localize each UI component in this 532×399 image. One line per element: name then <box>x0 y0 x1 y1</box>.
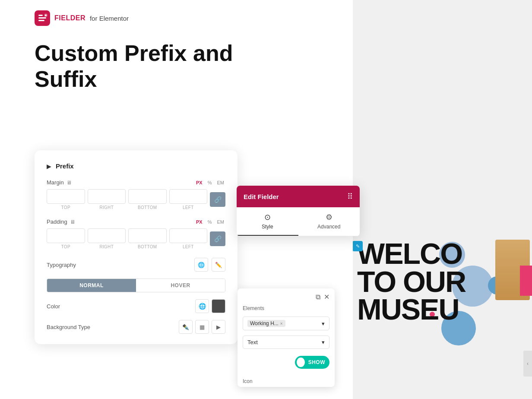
svg-rect-1 <box>38 15 43 16</box>
museum-preview-content: WELCO TO OUR MUSEU <box>357 240 532 323</box>
logo-icon <box>35 10 50 26</box>
margin-unit-px[interactable]: PX <box>195 180 204 186</box>
margin-left-wrap: LEFT <box>169 189 208 210</box>
padding-monitor-icon: 🖥 <box>70 219 75 225</box>
margin-top-wrap: TOP <box>47 189 85 210</box>
page-title: Custom Prefix and Suffix <box>35 41 294 92</box>
edit-fielder-title: Edit Fielder <box>244 193 279 200</box>
brand-name: FIELDER <box>54 14 86 22</box>
icon-label: Icon <box>243 378 253 384</box>
scroll-handle[interactable]: ‹ <box>523 351 532 377</box>
section-title: Prefix <box>56 162 74 170</box>
margin-bottom-wrap: BOTTOM <box>128 189 167 210</box>
state-tabs[interactable]: NORMAL HOVER <box>47 279 225 292</box>
color-swatch[interactable] <box>212 299 225 313</box>
edit-handle[interactable]: ✎ <box>353 241 363 251</box>
margin-left-input[interactable] <box>169 189 208 204</box>
working-heading-select[interactable]: Working H... × ▾ <box>243 317 329 330</box>
grid-icon[interactable]: ⠿ <box>347 192 353 201</box>
color-globe-button[interactable]: 🌐 <box>195 299 209 313</box>
section-header: ▶ Prefix <box>47 162 225 170</box>
working-heading-tag: Working H... × <box>247 320 285 327</box>
edit-fielder-panel: Edit Fielder ⠿ ⊙ Style ⚙ Advanced <box>237 186 360 236</box>
tab-advanced[interactable]: ⚙ Advanced <box>298 207 360 236</box>
margin-unit-percent[interactable]: % <box>206 180 213 186</box>
svg-rect-2 <box>38 17 46 19</box>
background-type-row: Background Type ✒️ ▦ ▶ <box>47 320 225 334</box>
edit-handle-icon: ✎ <box>356 244 360 249</box>
typography-row: Typography 🌐 ✏️ <box>47 258 225 272</box>
padding-right-wrap: RIGHT <box>88 228 126 249</box>
padding-left-wrap: LEFT <box>169 228 208 249</box>
margin-link-button[interactable]: 🔗 <box>210 192 225 207</box>
icon-label-row: Icon <box>238 374 335 387</box>
color-label: Color <box>47 303 60 310</box>
tab-style-label: Style <box>262 224 273 230</box>
prefix-panel: ▶ Prefix Margin 🖥 PX % EM TOP RIGHT <box>35 150 238 344</box>
mini-panel: ⧉ ✕ Elements Working H... × ▾ Text ▾ SHO… <box>238 288 335 387</box>
edit-fielder-header: Edit Fielder ⠿ <box>237 186 360 207</box>
tab-advanced-label: Advanced <box>317 224 340 230</box>
padding-unit-px[interactable]: PX <box>195 219 204 225</box>
typography-icons: 🌐 ✏️ <box>194 258 225 272</box>
working-heading-row: Working H... × ▾ <box>238 315 335 334</box>
typography-label: Typography <box>47 262 76 268</box>
margin-unit-tabs[interactable]: PX % EM <box>195 180 225 186</box>
copy-button[interactable]: ⧉ <box>316 293 320 301</box>
margin-label: Margin 🖥 <box>47 179 72 186</box>
color-controls: 🌐 <box>195 299 225 313</box>
padding-label: Padding 🖥 <box>47 218 75 225</box>
advanced-icon: ⚙ <box>326 212 332 222</box>
style-icon: ⊙ <box>264 212 271 222</box>
padding-unit-em[interactable]: EM <box>216 219 226 225</box>
background-type-icons: ✒️ ▦ ▶ <box>179 320 225 334</box>
padding-right-input[interactable] <box>88 228 126 243</box>
text-dropdown-chevron-icon: ▾ <box>322 339 325 345</box>
margin-bottom-input[interactable] <box>128 189 167 204</box>
dropdown-chevron-icon: ▾ <box>322 320 325 327</box>
tab-style[interactable]: ⊙ Style <box>237 207 298 236</box>
welcome-line-2: TO OUR <box>357 268 532 296</box>
padding-top-wrap: TOP <box>47 228 85 249</box>
toggle-circle <box>297 358 305 367</box>
color-row: Color 🌐 <box>47 299 225 313</box>
margin-unit-em[interactable]: EM <box>216 180 226 186</box>
tab-normal[interactable]: NORMAL <box>47 279 136 292</box>
margin-right-input[interactable] <box>88 189 126 204</box>
padding-top-input[interactable] <box>47 228 85 243</box>
welcome-line-1: WELCO <box>357 240 532 268</box>
show-toggle-row: SHOW <box>238 352 335 374</box>
preview-area: WELCO TO OUR MUSEU ✎ 🕐 10 am — 20 pm 📞 +… <box>353 0 532 399</box>
collapse-arrow-icon[interactable]: ▶ <box>47 163 51 170</box>
padding-left-input[interactable] <box>169 228 208 243</box>
padding-link-button[interactable]: 🔗 <box>210 231 225 246</box>
bg-video-button[interactable]: ▶ <box>212 320 225 334</box>
padding-unit-percent[interactable]: % <box>206 219 213 225</box>
padding-bottom-input[interactable] <box>128 228 167 243</box>
margin-top-input[interactable] <box>47 189 85 204</box>
typography-edit-button[interactable]: ✏️ <box>212 258 225 272</box>
text-select-row: Text ▾ <box>238 334 335 352</box>
show-toggle[interactable]: SHOW <box>295 356 329 369</box>
svg-rect-3 <box>38 20 44 21</box>
close-button[interactable]: ✕ <box>324 293 329 301</box>
scroll-arrow-icon: ‹ <box>527 361 529 367</box>
welcome-line-3: MUSEU <box>357 295 532 323</box>
working-heading-remove[interactable]: × <box>280 321 283 326</box>
brand-sub: for Elementor <box>90 15 129 22</box>
toggle-label: SHOW <box>308 359 325 365</box>
tab-hover[interactable]: HOVER <box>136 279 225 292</box>
padding-unit-tabs[interactable]: PX % EM <box>195 219 225 225</box>
elements-label: Elements <box>243 305 264 311</box>
bg-color-button[interactable]: ✒️ <box>179 320 193 334</box>
elements-label-row: Elements <box>238 304 335 315</box>
svg-point-5 <box>45 15 47 16</box>
typography-globe-button[interactable]: 🌐 <box>194 258 208 272</box>
margin-field: Margin 🖥 PX % EM TOP RIGHT BOTTOM <box>47 179 225 210</box>
monitor-icon: 🖥 <box>66 180 72 186</box>
background-type-label: Background Type <box>47 324 90 330</box>
edit-fielder-tabs: ⊙ Style ⚙ Advanced <box>237 207 360 236</box>
bg-gradient-button[interactable]: ▦ <box>195 320 209 334</box>
welcome-text: WELCO TO OUR MUSEU <box>357 240 532 323</box>
text-select[interactable]: Text ▾ <box>243 336 329 349</box>
